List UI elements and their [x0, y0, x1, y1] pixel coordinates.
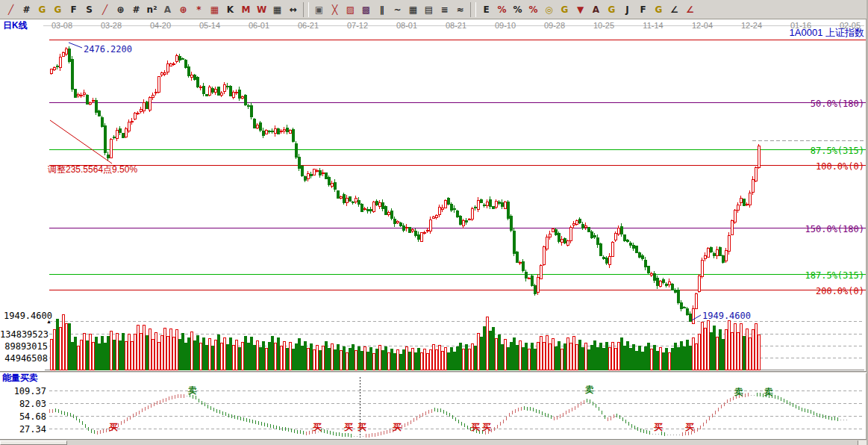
- buy-signal: 买: [357, 421, 366, 434]
- chart-period-label: 日K线: [3, 21, 28, 30]
- fib-level-label: 187.5%(315): [761, 270, 864, 281]
- date-tick: 06-21: [293, 21, 323, 30]
- pane-divider[interactable]: [0, 371, 867, 373]
- stock-chart-window: ╱#GGFS╱⊕#n²A⊕*▦KMW▦↔▣╳▨▩∥~▦▤≡≈E%%%◎G▼AGJ…: [0, 0, 868, 445]
- oscillator-scale-label: 54.68: [0, 411, 46, 422]
- fib-level-label: 87.5%(315): [761, 146, 864, 156]
- horizontal-scrollbar[interactable]: [0, 441, 867, 445]
- chart-canvas[interactable]: [0, 0, 868, 445]
- buy-signal: 买: [109, 421, 118, 434]
- buy-signal: 买: [685, 421, 694, 434]
- buy-signal: 买: [344, 421, 353, 434]
- date-tick: 09-10: [490, 21, 520, 30]
- volume-scale-label: 44946508: [0, 353, 48, 364]
- buy-signal: 买: [482, 421, 491, 434]
- date-tick: 03-08: [47, 21, 77, 30]
- date-tick: 12-24: [737, 21, 766, 30]
- sell-signal: 卖: [764, 386, 773, 399]
- retracement-annotation: 调整235.5564点9.50%: [48, 165, 137, 174]
- oscillator-scale-label: 109.37: [0, 386, 46, 396]
- date-tick: 01-16: [786, 21, 816, 30]
- date-tick: 02-05: [835, 21, 865, 30]
- sell-signal: 卖: [585, 384, 594, 396]
- buy-signal: 买: [313, 421, 322, 434]
- scrollbar-thumb[interactable]: [0, 441, 67, 445]
- buy-signal: 买: [654, 421, 663, 434]
- sell-signal: 卖: [188, 385, 197, 397]
- date-tick: 10-25: [589, 21, 619, 30]
- date-tick: 11-14: [638, 21, 668, 30]
- high-annotation: 2476.2200: [84, 44, 132, 55]
- oscillator-title: 能量买卖: [2, 373, 38, 382]
- date-tick: 08-01: [392, 21, 422, 30]
- volume-scale-label: 134839523: [0, 329, 48, 340]
- oscillator-scale-label: 27.34: [0, 424, 46, 435]
- date-tick: 03-28: [96, 21, 126, 30]
- fib-level-label: 200.0%(0): [761, 286, 864, 296]
- buy-signal: 买: [393, 421, 402, 434]
- date-tick: 07-12: [343, 21, 372, 30]
- volume-scale-label: 89893015: [0, 341, 48, 352]
- date-tick: 09-28: [540, 21, 569, 30]
- buy-signal: 买: [471, 421, 480, 434]
- low-annotation: 1949.4600: [702, 311, 751, 321]
- fib-level-label: 50.0%(180): [761, 99, 864, 109]
- date-tick: 05-14: [195, 21, 225, 30]
- price-min-label: 1949.4600: [0, 311, 52, 321]
- sell-signal: 卖: [734, 386, 743, 399]
- date-tick: 06-01: [244, 21, 274, 30]
- oscillator-scale-label: 82.03: [0, 399, 46, 409]
- date-tick: 12-04: [687, 21, 717, 30]
- fib-level-label: 100.0%(0): [761, 161, 864, 172]
- fib-level-label: 150.0%(180): [761, 224, 864, 234]
- scrollbar-right-button[interactable]: [858, 441, 867, 445]
- date-tick: 08-21: [441, 21, 471, 30]
- date-tick: 04-20: [146, 21, 175, 30]
- price-min-marker-icon: ▲: [46, 317, 51, 326]
